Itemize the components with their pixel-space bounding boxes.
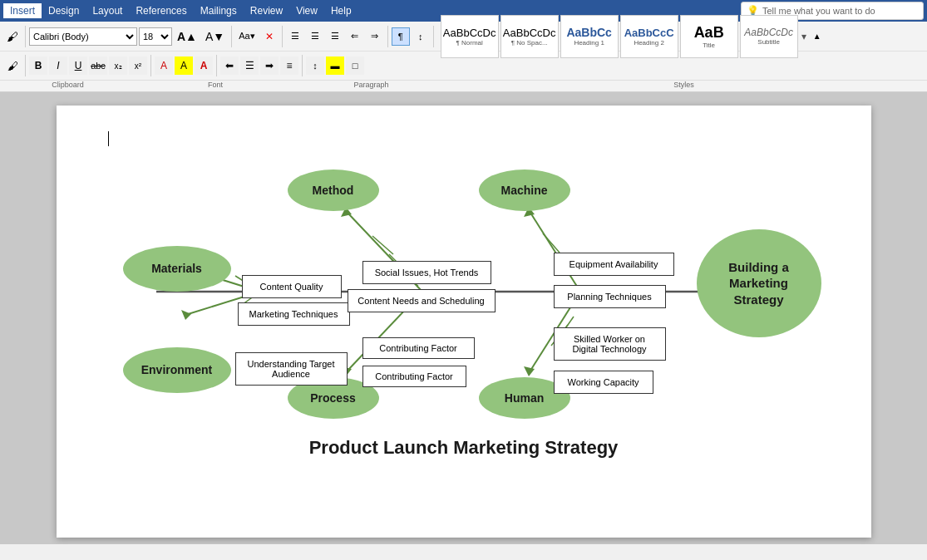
contributing1-box: Contributing Factor <box>362 337 475 359</box>
multilevel-btn[interactable]: ☰ <box>326 27 344 46</box>
align-right-btn[interactable]: ➡ <box>260 56 279 75</box>
font-grow-btn[interactable]: A▲ <box>174 27 200 46</box>
contributing2-box: Contributing Factor <box>362 366 466 387</box>
marketing-techniques-box: Marketing Techniques <box>238 302 350 326</box>
menu-item-review[interactable]: Review <box>244 3 289 18</box>
understanding-target-box: Understanding TargetAudience <box>235 352 348 386</box>
font-name-select[interactable]: Calibri (Body) <box>29 27 137 46</box>
planning-box: Planning Techniques <box>554 285 666 308</box>
strikethrough-btn[interactable]: abc <box>89 56 107 75</box>
show-hide-btn[interactable]: ¶ <box>392 27 410 46</box>
align-center-btn[interactable]: ☰ <box>240 56 259 75</box>
doc-title: Product Launch Marketing Strategy <box>106 437 821 459</box>
sort-btn[interactable]: ↕ <box>412 27 430 46</box>
style-heading1[interactable]: AaBbCc Heading 1 <box>560 15 619 58</box>
menu-item-layout[interactable]: Layout <box>86 3 129 18</box>
environment-oval: Environment <box>123 347 231 393</box>
divider1 <box>25 26 26 47</box>
format-painter-btn[interactable]: 🖌 <box>3 27 22 46</box>
menu-item-design[interactable]: Design <box>42 3 86 18</box>
menu-item-mailings[interactable]: Mailings <box>194 3 244 18</box>
text-cursor <box>108 131 109 146</box>
line-spacing-btn[interactable]: ↕ <box>306 56 324 75</box>
divider8 <box>216 55 217 76</box>
justify-btn[interactable]: ≡ <box>280 56 298 75</box>
style-normal[interactable]: AaBbCcDc ¶ Normal <box>441 15 499 58</box>
paragraph-section-label: Paragraph <box>298 81 444 91</box>
font-shrink-btn[interactable]: A▼ <box>202 27 228 46</box>
ribbon: 🖌 Calibri (Body) 18 A▲ A▼ Aa▾ ✕ ☰ ☰ ☰ ⇐ … <box>0 22 927 92</box>
superscript-btn[interactable]: x² <box>129 56 147 75</box>
subscript-btn[interactable]: x₂ <box>109 56 127 75</box>
skilled-worker-box: Skilled Worker onDigital Technology <box>554 327 666 361</box>
text-color-btn[interactable]: A <box>155 56 173 75</box>
menu-item-references[interactable]: References <box>129 3 193 18</box>
divider9 <box>302 55 303 76</box>
style-title[interactable]: AaB Title <box>680 15 738 58</box>
bold-btn[interactable]: B <box>29 56 47 75</box>
content-needs-box: Content Needs and Scheduling <box>348 289 496 312</box>
shading-btn[interactable]: ▬ <box>326 56 344 75</box>
equipment-box: Equipment Availability <box>554 253 674 276</box>
clipboard-section-label: Clipboard <box>3 81 132 91</box>
numbering-btn[interactable]: ☰ <box>306 27 324 46</box>
menu-item-view[interactable]: View <box>289 3 324 18</box>
highlight-btn[interactable]: A <box>175 56 193 75</box>
style-heading2[interactable]: AaBbCcC Heading 2 <box>620 15 678 58</box>
menu-item-help[interactable]: Help <box>324 3 358 18</box>
fishbone-diagram: Materials Method Machine Environment Pro… <box>106 163 821 412</box>
divider5 <box>433 26 434 47</box>
content-quality-box: Content Quality <box>242 275 342 298</box>
divider2 <box>231 26 232 47</box>
change-case-btn[interactable]: Aa▾ <box>235 27 258 46</box>
style-nospace[interactable]: AaBbCcDc ¶ No Spac... <box>500 15 559 58</box>
bullets-btn[interactable]: ☰ <box>286 27 304 46</box>
borders-btn[interactable]: □ <box>346 56 364 75</box>
ribbon-expand-btn[interactable]: ▲ <box>808 27 826 46</box>
doc-page: Materials Method Machine Environment Pro… <box>57 106 871 538</box>
social-issues-box: Social Issues, Hot Trends <box>362 261 491 284</box>
materials-oval: Materials <box>123 246 231 292</box>
svg-line-14 <box>543 233 560 253</box>
font-section-label: Font <box>132 81 298 91</box>
divider6 <box>25 55 26 76</box>
style-subtitle[interactable]: AaBbCcDc Subtitle <box>740 15 798 58</box>
increase-indent-btn[interactable]: ⇒ <box>366 27 384 46</box>
doc-area: Materials Method Machine Environment Pro… <box>0 92 927 544</box>
main-oval: Building aMarketingStrategy <box>697 229 821 337</box>
font-size-select[interactable]: 18 <box>139 27 172 46</box>
decrease-indent-btn[interactable]: ⇐ <box>346 27 364 46</box>
font-color-btn[interactable]: A <box>195 56 213 75</box>
format-painter-sm-btn[interactable]: 🖌 <box>3 56 22 75</box>
underline-btn[interactable]: U <box>69 56 87 75</box>
styles-gallery: AaBbCcDc ¶ Normal AaBbCcDc ¶ No Spac... … <box>441 15 806 58</box>
divider4 <box>387 26 388 47</box>
svg-line-8 <box>372 236 393 254</box>
align-left-btn[interactable]: ⬅ <box>220 56 239 75</box>
divider3 <box>282 26 283 47</box>
styles-section-label: Styles <box>444 81 924 91</box>
working-capacity-box: Working Capacity <box>554 371 653 394</box>
method-oval: Method <box>288 169 379 211</box>
divider7 <box>150 55 151 76</box>
svg-marker-17 <box>181 310 191 320</box>
menu-item-insert[interactable]: Insert <box>3 3 42 18</box>
italic-btn[interactable]: I <box>49 56 67 75</box>
machine-oval: Machine <box>479 169 570 211</box>
clear-format-btn[interactable]: ✕ <box>260 27 279 46</box>
styles-more-arrow[interactable]: ▾ <box>801 31 806 42</box>
